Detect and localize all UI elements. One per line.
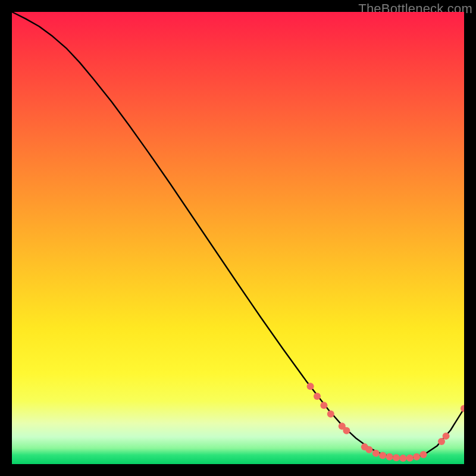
marker-dot xyxy=(327,411,334,418)
marker-dots-group xyxy=(307,383,464,462)
plot-area xyxy=(12,12,464,464)
marker-dot xyxy=(420,451,427,458)
marker-dot xyxy=(379,452,386,459)
marker-dot xyxy=(393,454,400,461)
marker-dot xyxy=(314,393,321,400)
marker-dot xyxy=(320,402,327,409)
marker-dot xyxy=(365,446,372,453)
chart-stage: TheBottleneck.com xyxy=(0,0,476,476)
marker-dots-layer xyxy=(12,12,464,464)
marker-dot xyxy=(372,450,380,457)
marker-dot xyxy=(461,405,464,412)
marker-dot xyxy=(307,383,314,390)
marker-dot xyxy=(399,455,406,462)
marker-dot xyxy=(406,455,414,462)
marker-dot xyxy=(343,427,350,434)
marker-dot xyxy=(386,453,393,461)
marker-dot xyxy=(443,433,450,440)
marker-dot xyxy=(413,453,420,461)
